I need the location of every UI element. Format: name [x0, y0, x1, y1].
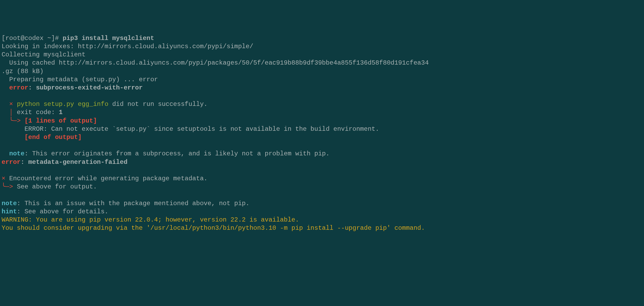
output-line: × Encountered error while generating pac…	[2, 174, 642, 183]
output-line: Preparing metadata (setup.py) ... error	[2, 75, 642, 84]
error-message: metadata-generation-failed	[28, 159, 127, 166]
error-line: error: subprocess-exited-with-error	[2, 84, 642, 92]
output-line: │ exit code: 1	[2, 108, 642, 116]
error-message: subprocess-exited-with-error	[36, 84, 143, 91]
terminal-output: [root@codex ~]# pip3 install mysqlclient…	[2, 34, 642, 232]
setup-command: python setup.py egg_info	[17, 101, 109, 108]
error-line: error: metadata-generation-failed	[2, 158, 642, 166]
blank-line	[2, 191, 642, 199]
error-label: error	[2, 159, 21, 166]
output-line: Collecting mysqlclient	[2, 51, 642, 59]
elbow-char: ╰─>	[2, 183, 13, 190]
exit-code: 1	[59, 109, 62, 116]
pipe-char: │	[2, 109, 17, 116]
output-line: ╰─> See above for output.	[2, 183, 642, 191]
note-line: note: This error originates from a subpr…	[2, 150, 642, 158]
blank-line	[2, 92, 642, 100]
blank-line	[2, 166, 642, 174]
output-line: ╰─> [1 lines of output]	[2, 117, 642, 125]
prompt-user-host: [root@codex ~]#	[2, 35, 62, 42]
output-line: Using cached http://mirrors.cloud.aliyun…	[2, 59, 642, 67]
note-line: note: This is an issue with the package …	[2, 199, 642, 208]
command-text: pip3 install mysqlclient	[62, 35, 154, 42]
output-line: Looking in indexes: http://mirrors.cloud…	[2, 42, 642, 51]
hint-line: hint: See above for details.	[2, 208, 642, 216]
note-label: note	[2, 200, 17, 207]
output-line: × python setup.py egg_info did not run s…	[2, 100, 642, 108]
blank-line	[2, 141, 642, 150]
output-line: [end of output]	[2, 133, 642, 141]
warning-line: WARNING: You are using pip version 22.0.…	[2, 216, 642, 224]
error-label: error	[9, 84, 28, 91]
prompt-line: [root@codex ~]# pip3 install mysqlclient	[2, 34, 642, 42]
output-line: ERROR: Can not execute `setup.py` since …	[2, 125, 642, 133]
cross-icon: ×	[2, 175, 5, 182]
hint-label: hint	[2, 208, 17, 215]
note-label: note	[9, 150, 25, 157]
output-line: .gz (88 kB)	[2, 67, 642, 75]
warning-line: You should consider upgrading via the '/…	[2, 224, 642, 232]
setuptools-error: ERROR: Can not execute `setup.py` since …	[24, 125, 379, 133]
elbow-char: ╰─>	[2, 117, 21, 124]
cross-icon: ×	[9, 101, 13, 108]
